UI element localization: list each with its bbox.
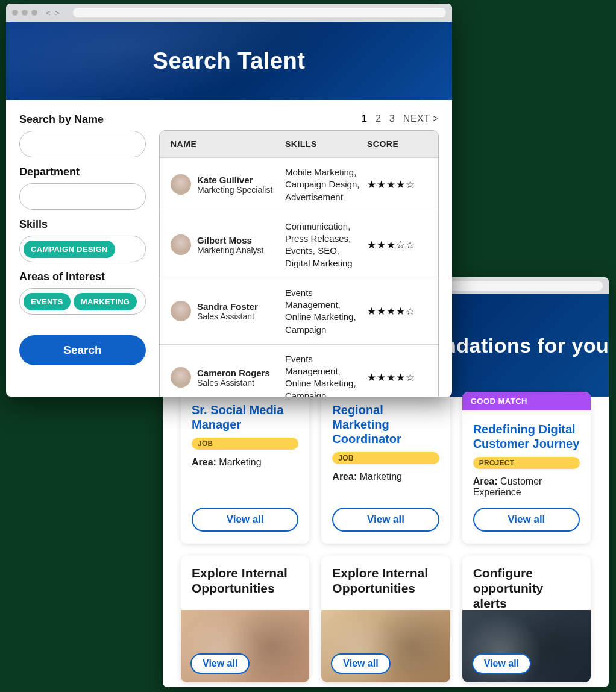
table-row[interactable]: Gilbert MossMarketing AnalystCommunicati… xyxy=(160,212,438,278)
rec-title: Regional Marketing Coordinator xyxy=(332,403,439,446)
filter-name-label: Search by Name xyxy=(19,113,146,126)
feature-card[interactable]: Configure opportunity alertsView all xyxy=(462,556,591,682)
area-chip[interactable]: EVENTS xyxy=(24,293,71,310)
good-match-badge: GOOD MATCH xyxy=(462,392,591,410)
col-skills: SKILLS xyxy=(285,139,367,149)
name-cell: Sandra FosterSales Assistant xyxy=(171,301,285,321)
filter-department: Department xyxy=(19,166,146,210)
view-all-button[interactable]: View all xyxy=(332,508,439,532)
table-header: NAME SKILLS SCORE xyxy=(160,131,438,157)
skills-cell: Events Management, Online Marketing, Cam… xyxy=(285,287,367,336)
filter-skills: Skills CAMPAIGN DESIGN xyxy=(19,218,146,262)
score-stars: ★★★★☆ xyxy=(367,371,427,384)
search-talent-window: < > Search Talent Search by Name Departm… xyxy=(6,4,452,397)
view-all-button[interactable]: View all xyxy=(190,653,250,674)
page-link[interactable]: 3 xyxy=(389,113,395,124)
area-line: Area: Marketing xyxy=(332,471,439,482)
avatar xyxy=(171,234,191,255)
area-line: Area: Marketing xyxy=(192,457,298,468)
page-title: Search Talent xyxy=(153,48,306,74)
window-dot xyxy=(12,10,18,16)
feature-card[interactable]: Explore Internal OpportunitiesView all xyxy=(321,556,450,682)
filter-name: Search by Name xyxy=(19,113,146,157)
department-input[interactable] xyxy=(19,183,146,210)
filter-areas: Areas of interest EVENTSMARKETING xyxy=(19,271,146,315)
recommendation-card[interactable]: GOOD MATCHRedefining Digital Customer Jo… xyxy=(462,392,591,544)
type-pill: PROJECT xyxy=(473,457,580,469)
area-chip[interactable]: MARKETING xyxy=(74,293,137,310)
view-all-button[interactable]: View all xyxy=(472,653,531,674)
table-row[interactable]: Sandra FosterSales AssistantEvents Manag… xyxy=(160,278,438,344)
view-all-button[interactable]: View all xyxy=(331,653,390,674)
avatar xyxy=(171,174,191,195)
feature-card[interactable]: Explore Internal OpportunitiesView all xyxy=(181,556,309,682)
nav-arrows-icon[interactable]: < > xyxy=(46,8,61,17)
person-name: Cameron Rogers xyxy=(197,368,270,378)
person-name: Sandra Foster xyxy=(197,301,258,312)
search-button[interactable]: Search xyxy=(19,335,146,365)
skills-chip-field[interactable]: CAMPAIGN DESIGN xyxy=(19,236,146,262)
search-hero: Search Talent xyxy=(6,22,452,100)
name-cell: Kate GulliverMarketing Specialist xyxy=(171,174,285,195)
window-dot xyxy=(31,10,37,16)
recommendation-card[interactable]: Sr. Social Media ManagerJOBArea: Marketi… xyxy=(181,392,309,544)
results-table: NAME SKILLS SCORE Kate GulliverMarketing… xyxy=(159,130,439,397)
name-cell: Cameron RogersSales Assistant xyxy=(171,367,285,388)
col-name: NAME xyxy=(171,139,285,149)
view-all-button[interactable]: View all xyxy=(192,508,298,532)
person-name: Kate Gulliver xyxy=(197,175,272,185)
rec-title: Redefining Digital Customer Journey xyxy=(473,422,580,451)
view-all-button[interactable]: View all xyxy=(473,508,580,532)
search-name-input[interactable] xyxy=(19,131,146,157)
page-link[interactable]: 2 xyxy=(376,113,381,124)
filters-sidebar: Search by Name Department Skills CAMPAIG… xyxy=(19,113,146,397)
person-role: Sales Assistant xyxy=(197,378,270,388)
person-role: Marketing Analyst xyxy=(197,245,264,255)
recommendation-card[interactable]: Regional Marketing CoordinatorJOBArea: M… xyxy=(321,392,450,544)
score-stars: ★★★☆☆ xyxy=(367,239,427,251)
rec-title: Sr. Social Media Manager xyxy=(192,403,298,432)
skill-chip[interactable]: CAMPAIGN DESIGN xyxy=(24,241,115,258)
skills-cell: Communication, Press Releases, Events, S… xyxy=(285,221,367,269)
name-cell: Gilbert MossMarketing Analyst xyxy=(171,234,285,255)
recommendations-grid: Sr. Social Media ManagerJOBArea: Marketi… xyxy=(163,374,609,687)
feature-title: Configure opportunity alerts xyxy=(462,556,591,616)
window-dot xyxy=(22,10,28,16)
results-panel: 123NEXT > NAME SKILLS SCORE Kate Gullive… xyxy=(159,113,439,397)
person-name: Gilbert Moss xyxy=(197,235,264,245)
type-pill: JOB xyxy=(332,452,439,464)
front-browser-chrome: < > xyxy=(6,4,452,22)
skills-cell: Events Management, Online Marketing, Cam… xyxy=(285,353,367,397)
score-stars: ★★★★☆ xyxy=(367,178,427,191)
url-bar[interactable] xyxy=(73,8,446,17)
filter-department-label: Department xyxy=(19,166,146,178)
feature-title: Explore Internal Opportunities xyxy=(321,556,450,600)
area-line: Area: Customer Experience xyxy=(473,476,580,498)
avatar xyxy=(171,367,191,388)
col-score: SCORE xyxy=(367,139,427,149)
pagination: 123NEXT > xyxy=(159,113,439,124)
page-link[interactable]: 1 xyxy=(362,113,367,124)
next-link[interactable]: NEXT > xyxy=(403,113,439,124)
feature-title: Explore Internal Opportunities xyxy=(181,556,309,600)
skills-cell: Mobile Marketing, Campaign Design, Adver… xyxy=(285,166,367,203)
score-stars: ★★★★☆ xyxy=(367,305,427,318)
person-role: Sales Assistant xyxy=(197,312,258,321)
table-row[interactable]: Cameron RogersSales AssistantEvents Mana… xyxy=(160,344,438,397)
type-pill: JOB xyxy=(192,438,298,450)
areas-chip-field[interactable]: EVENTSMARKETING xyxy=(19,288,146,315)
avatar xyxy=(171,301,191,321)
filter-areas-label: Areas of interest xyxy=(19,271,146,283)
filter-skills-label: Skills xyxy=(19,218,146,231)
person-role: Marketing Specialist xyxy=(197,185,272,195)
table-row[interactable]: Kate GulliverMarketing SpecialistMobile … xyxy=(160,157,438,212)
